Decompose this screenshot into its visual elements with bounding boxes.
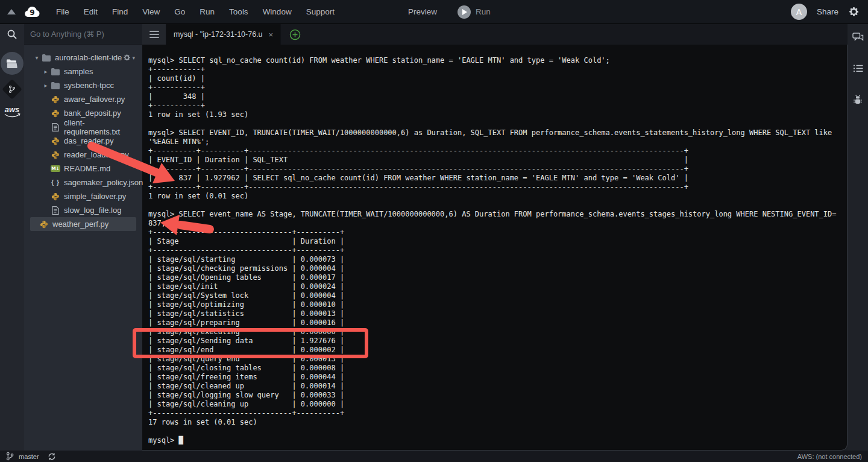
tree-item-label: bank_deposit.py	[64, 109, 121, 118]
tree-item-label: sysbench-tpcc	[64, 81, 114, 90]
run-button-label: Run	[476, 7, 491, 16]
file-tree: ▾auroralab-client-ide▾▸samples▸sysbench-…	[24, 45, 142, 231]
tree-item-aware-failover-py[interactable]: aware_failover.py	[24, 92, 142, 106]
python-file-icon	[39, 220, 49, 229]
tree-item-label: aware_failover.py	[64, 95, 125, 104]
tree-item-label: weather_perf.py	[52, 220, 108, 229]
python-file-icon	[50, 95, 61, 104]
tree-item-label: simple_failover.py	[64, 192, 126, 201]
tree-item-readme-md[interactable]: M↓README.md	[24, 162, 142, 176]
tree-item-label: slow_log_file.log	[64, 206, 121, 215]
doc-file-icon	[50, 206, 61, 215]
play-icon	[458, 5, 471, 19]
aws-status-label: AWS: (not connected)	[797, 453, 862, 460]
menu-file[interactable]: File	[49, 0, 77, 24]
markdown-file-icon: M↓	[50, 165, 61, 172]
tree-item-weather-perf-py[interactable]: weather_perf.py	[30, 217, 136, 231]
python-file-icon	[50, 151, 61, 159]
menu-run[interactable]: Run	[192, 0, 222, 24]
tree-item-label: README.md	[64, 164, 110, 173]
tree-item-reader-loadtest-py[interactable]: reader_loadtest.py	[24, 148, 142, 162]
tree-settings-gear-icon[interactable]: ▾	[123, 54, 137, 62]
run-button[interactable]: Run	[458, 5, 491, 19]
collaborate-chat-icon[interactable]	[852, 33, 864, 45]
tree-item-label: auroralab-client-ide	[55, 53, 122, 62]
python-file-icon	[50, 109, 61, 118]
goto-anything-bar	[24, 24, 142, 45]
terminal-output: mysql> SELECT sql_no_cache count(id) FRO…	[142, 45, 847, 445]
folder-file-icon	[50, 82, 61, 89]
terminal-panel[interactable]: mysql> SELECT sql_no_cache count(id) FRO…	[142, 45, 848, 451]
tree-item-label: samples	[64, 67, 93, 76]
svg-text:9: 9	[30, 8, 34, 17]
json-file-icon: { }	[50, 179, 61, 186]
menu-view[interactable]: View	[135, 0, 167, 24]
file-tree-panel: ▾auroralab-client-ide▾▸samples▸sysbench-…	[24, 24, 142, 451]
left-icon-rail: aws	[0, 24, 24, 451]
aws-panel-icon[interactable]: aws	[4, 106, 20, 118]
terminal-tab[interactable]: mysql - "ip-172-31-10-76.u ×	[166, 24, 281, 45]
file-explorer-icon[interactable]	[1, 52, 24, 75]
debugger-icon[interactable]	[853, 95, 863, 107]
chevron-right-icon[interactable]: ▸	[42, 68, 50, 75]
sync-icon[interactable]	[48, 452, 56, 461]
tree-item-label: das_reader.py	[64, 136, 113, 145]
search-icon[interactable]	[0, 24, 24, 45]
outline-list-icon[interactable]	[853, 64, 863, 75]
avatar[interactable]: A	[791, 4, 807, 20]
tree-item-client-requirements-txt[interactable]: client-requirements.txt	[24, 120, 142, 134]
tab-bar: mysql - "ip-172-31-10-76.u ×	[142, 24, 848, 45]
doc-file-icon	[50, 123, 61, 131]
terminal-tab-label: mysql - "ip-172-31-10-76.u	[174, 30, 263, 39]
settings-gear-icon[interactable]	[848, 6, 860, 17]
tree-item-auroralab-client-ide[interactable]: ▾auroralab-client-ide▾	[24, 51, 142, 65]
menu-edit[interactable]: Edit	[77, 0, 105, 24]
tree-item-das-reader-py[interactable]: das_reader.py	[24, 134, 142, 148]
menu-window[interactable]: Window	[256, 0, 299, 24]
menu-go[interactable]: Go	[167, 0, 192, 24]
status-bar: master AWS: (not connected)	[0, 451, 868, 462]
preview-button[interactable]: Preview	[408, 7, 437, 16]
menu-find[interactable]: Find	[105, 0, 135, 24]
goto-anything-input[interactable]	[30, 30, 136, 39]
tree-item-label: client-requirements.txt	[64, 118, 137, 136]
python-file-icon	[50, 192, 61, 201]
tree-item-sagemaker-policy-json[interactable]: { }sagemaker_policy.json	[24, 176, 142, 189]
folder-file-icon	[50, 68, 61, 75]
right-icon-rail	[848, 24, 868, 451]
collapse-menubar-icon[interactable]	[7, 9, 16, 14]
share-button[interactable]: Share	[817, 7, 838, 16]
menu-bar: 9 FileEditFindViewGoRunToolsWindowSuppor…	[0, 0, 868, 24]
panel-menu-icon[interactable]	[142, 24, 166, 45]
menu-support[interactable]: Support	[299, 0, 342, 24]
cloud9-logo-icon[interactable]: 9	[24, 6, 40, 17]
git-branch-label[interactable]: master	[19, 453, 39, 460]
tree-item-slow-log-file-log[interactable]: slow_log_file.log	[24, 203, 142, 217]
git-branch-icon[interactable]	[6, 452, 14, 461]
tree-item-samples[interactable]: ▸samples	[24, 65, 142, 78]
tree-item-label: reader_loadtest.py	[64, 150, 129, 159]
folder-file-icon	[41, 54, 52, 62]
tree-item-sysbench-tpcc[interactable]: ▸sysbench-tpcc	[24, 78, 142, 92]
python-file-icon	[50, 137, 61, 145]
tree-item-label: sagemaker_policy.json	[64, 178, 143, 187]
tree-item-simple-failover-py[interactable]: simple_failover.py	[24, 189, 142, 203]
tab-close-icon[interactable]: ×	[269, 30, 274, 39]
new-tab-icon[interactable]	[281, 24, 309, 45]
menu-items: FileEditFindViewGoRunToolsWindowSupport	[49, 0, 342, 24]
chevron-down-icon[interactable]: ▾	[33, 54, 41, 61]
chevron-right-icon[interactable]: ▸	[42, 82, 50, 89]
editor-area: mysql - "ip-172-31-10-76.u × mysql> SELE…	[142, 24, 848, 451]
source-control-icon[interactable]	[2, 79, 22, 100]
svg-text:M↓: M↓	[51, 166, 60, 171]
menu-tools[interactable]: Tools	[222, 0, 256, 24]
